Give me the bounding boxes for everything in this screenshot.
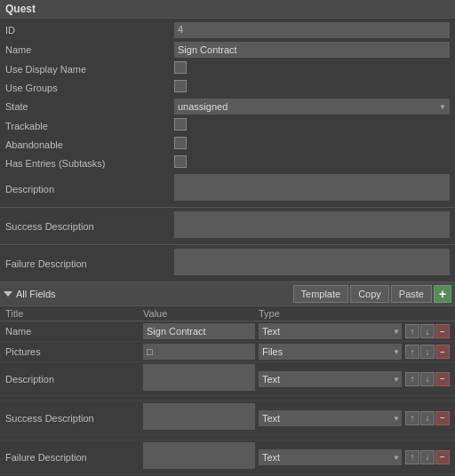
- field-pictures-remove[interactable]: −: [435, 345, 450, 359]
- id-value: 4: [174, 22, 450, 38]
- has-entries-value: [174, 155, 450, 171]
- field-name-down[interactable]: ↓: [420, 324, 435, 338]
- field-value-pictures-input[interactable]: [143, 344, 255, 360]
- failure-description-input[interactable]: [174, 249, 450, 275]
- field-value-description-wrapper: [143, 364, 259, 393]
- quest-form: ID 4 Name Use Display Name Use Groups: [0, 19, 455, 282]
- use-groups-value: [174, 80, 450, 95]
- field-type-pictures-wrapper: Files: [259, 344, 402, 360]
- col-type-header: Type: [259, 308, 396, 319]
- divider-1: [0, 207, 455, 208]
- abandonable-value: [174, 137, 450, 152]
- field-value-pictures-wrapper: [143, 344, 259, 360]
- field-type-name-wrapper: Text: [259, 323, 402, 339]
- field-failure-desc-down[interactable]: ↓: [420, 450, 435, 464]
- field-type-success-desc-select[interactable]: Text: [259, 410, 402, 426]
- id-display: 4: [174, 22, 450, 38]
- has-entries-row: Has Entries (Subtasks): [0, 154, 455, 172]
- field-type-failure-desc-wrapper: Text: [259, 449, 402, 465]
- state-select[interactable]: unassigned: [174, 99, 450, 115]
- id-label: ID: [5, 25, 174, 36]
- paste-button[interactable]: Paste: [391, 285, 432, 303]
- abandonable-checkbox[interactable]: [174, 137, 187, 149]
- expand-triangle-icon[interactable]: [4, 291, 12, 297]
- success-description-input[interactable]: [174, 211, 450, 238]
- all-fields-header-buttons: Template Copy Paste +: [293, 285, 451, 303]
- field-success-desc-down[interactable]: ↓: [420, 411, 435, 425]
- field-success-desc-remove[interactable]: −: [435, 411, 450, 425]
- quest-section: Quest ID 4 Name Use Display Name Use Gr: [0, 0, 455, 282]
- field-failure-desc-remove[interactable]: −: [435, 450, 450, 464]
- has-entries-checkbox[interactable]: [174, 155, 187, 168]
- field-value-failure-desc-wrapper: [143, 442, 259, 472]
- field-row-name: Name Text ↑ ↓ −: [0, 321, 455, 342]
- field-value-success-desc-input[interactable]: [143, 403, 255, 430]
- failure-description-value: [174, 249, 450, 278]
- field-pictures-arrows: ↑ ↓ −: [405, 345, 450, 359]
- field-name-remove[interactable]: −: [435, 324, 450, 338]
- success-description-row: Success Description: [0, 210, 455, 242]
- divider-2: [0, 244, 455, 245]
- success-description-label: Success Description: [5, 221, 174, 232]
- use-display-name-row: Use Display Name: [0, 60, 455, 78]
- field-failure-desc-up[interactable]: ↑: [405, 450, 419, 464]
- all-fields-section: All Fields Template Copy Paste + Title V…: [0, 282, 455, 476]
- name-input[interactable]: [174, 42, 450, 58]
- field-type-success-desc-wrapper: Text: [259, 410, 402, 426]
- field-pictures-down[interactable]: ↓: [420, 345, 435, 359]
- field-title-pictures: Pictures: [5, 346, 143, 357]
- field-value-failure-desc-input[interactable]: [143, 442, 255, 469]
- abandonable-label: Abandonable: [5, 139, 174, 150]
- quest-title: Quest: [5, 3, 36, 15]
- field-value-description-input[interactable]: [143, 364, 255, 391]
- all-fields-title-area: All Fields: [4, 289, 293, 299]
- field-type-description-select[interactable]: Text: [259, 371, 402, 387]
- state-label: State: [5, 101, 174, 112]
- field-type-failure-desc-select[interactable]: Text: [259, 449, 402, 465]
- abandonable-row: Abandonable: [0, 135, 455, 154]
- field-type-name-select[interactable]: Text: [259, 323, 402, 339]
- field-row-pictures: Pictures Files ↑ ↓ −: [0, 342, 455, 362]
- success-description-value: [174, 211, 450, 241]
- description-value: [174, 174, 450, 203]
- col-title-header: Title: [5, 308, 143, 319]
- field-description-arrows: ↑ ↓ −: [405, 372, 450, 386]
- field-description-remove[interactable]: −: [435, 372, 450, 386]
- state-value: unassigned: [174, 99, 450, 115]
- trackable-value: [174, 118, 450, 133]
- id-row: ID 4: [0, 20, 455, 40]
- has-entries-label: Has Entries (Subtasks): [5, 158, 174, 169]
- trackable-label: Trackable: [5, 121, 174, 131]
- field-row-success-description: Success Description Text ↑ ↓ −: [0, 401, 455, 435]
- add-field-button[interactable]: +: [434, 285, 451, 303]
- template-button[interactable]: Template: [293, 285, 349, 303]
- field-description-up[interactable]: ↑: [405, 372, 419, 386]
- field-type-pictures-select[interactable]: Files: [259, 344, 402, 360]
- use-groups-checkbox[interactable]: [174, 80, 187, 92]
- all-fields-header: All Fields Template Copy Paste +: [0, 282, 455, 306]
- state-row: State unassigned: [0, 97, 455, 116]
- field-name-arrows: ↑ ↓ −: [405, 324, 450, 338]
- trackable-checkbox[interactable]: [174, 118, 187, 131]
- failure-description-label: Failure Description: [5, 258, 174, 269]
- field-value-name-wrapper: [143, 323, 259, 339]
- field-success-desc-arrows: ↑ ↓ −: [405, 411, 450, 425]
- field-type-description-wrapper: Text: [259, 371, 402, 387]
- field-row-failure-description: Failure Description Text ↑ ↓ −: [0, 440, 455, 474]
- field-name-up[interactable]: ↑: [405, 324, 419, 338]
- all-fields-title-label: All Fields: [16, 289, 56, 299]
- use-groups-label: Use Groups: [5, 83, 174, 93]
- field-value-name-input[interactable]: [143, 323, 255, 339]
- field-description-down[interactable]: ↓: [420, 372, 435, 386]
- copy-button[interactable]: Copy: [350, 285, 389, 303]
- description-input[interactable]: [174, 174, 450, 201]
- field-success-desc-up[interactable]: ↑: [405, 411, 419, 425]
- trackable-row: Trackable: [0, 116, 455, 135]
- fields-table-header: Title Value Type: [0, 306, 455, 321]
- use-display-name-checkbox[interactable]: [174, 61, 187, 74]
- name-value-wrapper: [174, 42, 450, 58]
- field-pictures-up[interactable]: ↑: [405, 345, 419, 359]
- field-title-name: Name: [5, 326, 143, 337]
- field-value-success-desc-wrapper: [143, 403, 259, 432]
- field-row-description: Description Text ↑ ↓ −: [0, 362, 455, 396]
